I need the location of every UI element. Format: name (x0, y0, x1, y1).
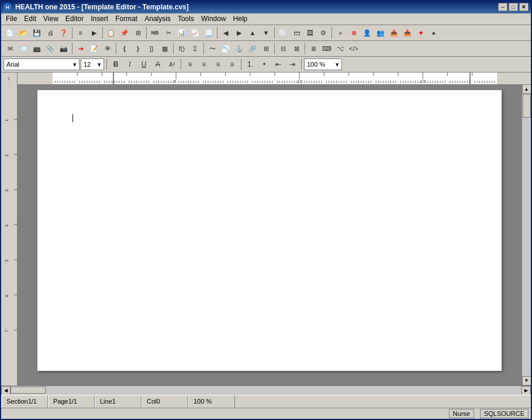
print-button[interactable]: 🖨 (44, 26, 57, 39)
mail-btn[interactable]: ✉ (4, 42, 16, 55)
align-justify-button[interactable]: ≡ (226, 58, 239, 71)
graph-btn[interactable]: 📉 (219, 42, 232, 55)
photo-btn[interactable]: 📷 (57, 42, 70, 55)
import-btn[interactable]: 📥 (401, 26, 414, 39)
code-btn[interactable]: </> (347, 42, 360, 55)
underline-button[interactable]: U (137, 58, 150, 71)
strikethrough-button[interactable]: A (151, 58, 164, 71)
brace-close[interactable]: } (132, 42, 144, 55)
right-arrow-btn[interactable]: ▶ (233, 26, 246, 39)
list-button[interactable]: ≡ (74, 26, 87, 39)
help-button[interactable]: ❓ (57, 26, 70, 39)
hscroll-track[interactable] (11, 386, 521, 395)
img-btn[interactable]: 🖼 (303, 26, 316, 39)
zoom-select[interactable]: 100 % ▾ (304, 58, 342, 70)
scroll-thumb[interactable] (523, 94, 531, 118)
list-unordered-button[interactable]: • (258, 58, 271, 71)
brace-open[interactable]: { (118, 42, 131, 55)
close-button[interactable]: ✕ (519, 3, 528, 11)
preview-btn[interactable]: 👁 (101, 42, 114, 55)
font-size-select[interactable]: 12 ▾ (81, 58, 104, 70)
scroll-down-button[interactable]: ▼ (522, 376, 531, 385)
chevron-btn[interactable]: » (334, 26, 347, 39)
paste-button[interactable]: 📌 (118, 26, 131, 39)
menu-file[interactable]: File (2, 13, 20, 25)
sigma-btn[interactable]: Σ (189, 42, 202, 55)
left-arrow-btn[interactable]: ◀ (219, 26, 232, 39)
menu-analysis[interactable]: Analysis (141, 13, 174, 25)
wave-btn[interactable]: 〜 (206, 42, 219, 55)
send-btn[interactable]: 📨 (17, 42, 30, 55)
document-page (37, 90, 502, 371)
export-btn[interactable]: 📤 (388, 26, 400, 39)
plus-box-btn[interactable]: ⊞ (260, 42, 272, 55)
bold-button[interactable]: B (109, 58, 122, 71)
align-right-button[interactable]: ≡ (212, 58, 224, 71)
script-btn[interactable]: ⌨ (320, 42, 333, 55)
hscroll-left-button[interactable]: ◀ (1, 386, 11, 395)
person-btn[interactable]: 👤 (361, 26, 374, 39)
copy-button[interactable]: 📋 (105, 26, 118, 39)
more-btn[interactable]: ▸ (428, 26, 441, 39)
sep-fmt3 (241, 58, 241, 70)
macro-btn[interactable]: ⌥ (334, 42, 347, 55)
menu-help[interactable]: Help (230, 13, 251, 25)
link-btn[interactable]: 🔗 (246, 42, 259, 55)
open-button[interactable]: 📂 (17, 26, 30, 39)
menu-format[interactable]: Format (112, 13, 141, 25)
hscroll-thumb[interactable] (11, 387, 46, 394)
menu-editor[interactable]: Editor (62, 13, 87, 25)
fax-btn[interactable]: 📠 (30, 42, 43, 55)
list-ordered-button[interactable]: 1. (244, 58, 257, 71)
person2-btn[interactable]: 👥 (374, 26, 387, 39)
sep12 (305, 43, 305, 54)
bracket-btn[interactable]: [] (145, 42, 158, 55)
chart2-btn[interactable]: 📈 (189, 26, 202, 39)
font-name-select[interactable]: Arial ▾ (4, 58, 80, 70)
menu-edit[interactable]: Edit (20, 13, 40, 25)
scroll-up-button[interactable]: ▲ (522, 84, 531, 94)
table2-btn[interactable]: ⊟ (277, 42, 289, 55)
menu-view[interactable]: View (40, 13, 62, 25)
indent-increase-button[interactable]: ⇥ (286, 58, 299, 71)
italic-button[interactable]: I (123, 58, 136, 71)
indent-decrease-button[interactable]: ⇤ (272, 58, 285, 71)
vertical-scrollbar: ▲ ▼ (521, 84, 531, 385)
page-content[interactable] (37, 90, 502, 359)
document-scroll-area[interactable] (18, 84, 521, 385)
restore-button[interactable]: □ (509, 3, 518, 11)
db-btn[interactable]: 🗃 (290, 26, 303, 39)
up-arrow-btn[interactable]: ▲ (246, 26, 259, 39)
superscript-button[interactable]: A² (165, 58, 178, 71)
scissors-btn[interactable]: ✂ (162, 26, 175, 39)
arrow-btn[interactable]: ▶ (88, 26, 101, 39)
scroll-track[interactable] (522, 94, 531, 376)
menu-window[interactable]: Window (198, 13, 230, 25)
anchor-btn[interactable]: ⚓ (233, 42, 246, 55)
save-button[interactable]: 💾 (30, 26, 43, 39)
attach-btn[interactable]: 📎 (44, 42, 57, 55)
chart-btn[interactable]: 📊 (175, 26, 188, 39)
align-center-button[interactable]: ≡ (198, 58, 210, 71)
menu-insert[interactable]: Insert (87, 13, 112, 25)
template-btn[interactable]: 📝 (88, 42, 101, 55)
down-arrow-btn[interactable]: ▼ (260, 26, 272, 39)
grid-btn[interactable]: ⊠ (290, 42, 303, 55)
doc-btn[interactable]: 📃 (202, 26, 215, 39)
menu-tools[interactable]: Tools (174, 13, 198, 25)
table-button[interactable]: ⊞ (132, 26, 144, 39)
list2-btn[interactable]: ≣ (307, 42, 320, 55)
statusbar: Section1/1 Page1/1 Line1 Col0 100 % (1, 395, 531, 408)
align-left-button[interactable]: ≡ (184, 58, 196, 71)
settings-btn[interactable]: ⚙ (317, 26, 330, 39)
hscroll-right-button[interactable]: ▶ (521, 386, 531, 395)
shading-btn[interactable]: ▦ (158, 42, 171, 55)
heart-btn[interactable]: ♥ (414, 26, 427, 39)
func-btn[interactable]: f() (175, 42, 188, 55)
field-btn[interactable]: ⬜ (277, 26, 289, 39)
new-button[interactable]: 📄 (4, 26, 16, 39)
red-arrow-btn[interactable]: ➜ (74, 42, 87, 55)
minimize-button[interactable]: ─ (498, 3, 507, 11)
red-circle-btn[interactable]: ⊕ (347, 26, 360, 39)
nb-btn[interactable]: NB (148, 26, 161, 39)
